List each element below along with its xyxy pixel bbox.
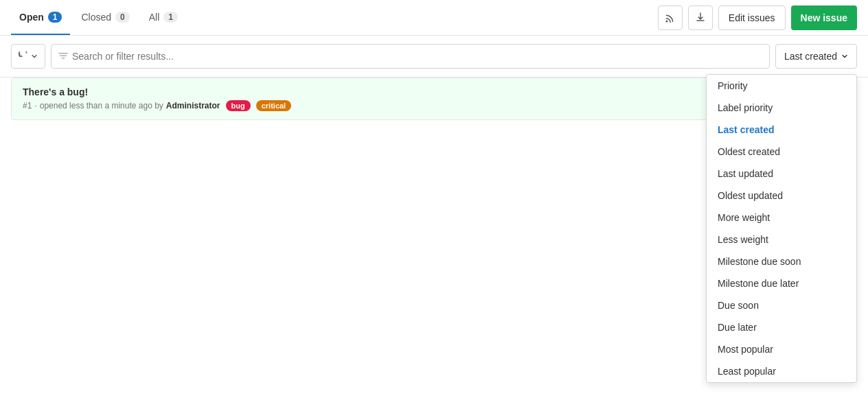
sort-dropdown-button[interactable]: Last created [775, 44, 857, 69]
tab-closed[interactable]: Closed 0 [73, 0, 137, 35]
sort-option-due-later[interactable]: Due later [707, 316, 856, 338]
sort-option-last-created[interactable]: Last created [707, 119, 856, 141]
filter-reset-button[interactable] [11, 44, 45, 69]
tabs-bar: Open 1 Closed 0 All 1 [0, 0, 868, 36]
new-issue-button[interactable]: New issue [791, 5, 857, 30]
tab-all[interactable]: All 1 [141, 0, 186, 35]
tab-closed-label: Closed [81, 12, 111, 23]
reset-icon [19, 51, 28, 61]
filter-bar: Last created [0, 36, 868, 78]
tab-open[interactable]: Open 1 [11, 0, 70, 35]
search-container [51, 44, 770, 69]
rss-icon [665, 12, 676, 23]
sort-option-last-updated[interactable]: Last updated [707, 163, 856, 185]
filter-icon [58, 51, 68, 61]
tabs-left: Open 1 Closed 0 All 1 [11, 0, 186, 35]
edit-issues-button[interactable]: Edit issues [718, 5, 786, 30]
search-input[interactable] [72, 51, 762, 62]
page-container: Open 1 Closed 0 All 1 [0, 0, 868, 409]
edit-issues-label: Edit issues [729, 12, 775, 23]
download-icon [695, 12, 706, 23]
sort-label: Last created [784, 51, 837, 62]
tab-open-count: 1 [48, 12, 62, 23]
sort-option-due-soon[interactable]: Due soon [707, 294, 856, 316]
issue-time-prefix: opened less than a minute ago by [40, 101, 163, 110]
label-critical: critical [256, 100, 291, 111]
sort-option-label-priority[interactable]: Label priority [707, 97, 856, 119]
sort-option-less-weight[interactable]: Less weight [707, 229, 856, 250]
sort-option-least-popular[interactable]: Least popular [707, 360, 856, 382]
new-issue-label: New issue [801, 12, 847, 23]
sort-option-oldest-updated[interactable]: Oldest updated [707, 185, 856, 207]
download-button[interactable] [688, 5, 713, 30]
svg-point-0 [665, 20, 667, 22]
tab-all-label: All [149, 12, 160, 23]
tab-closed-count: 0 [115, 12, 130, 23]
rss-button[interactable] [658, 5, 683, 30]
issue-number: #1 [23, 101, 32, 110]
label-bug: bug [226, 100, 251, 111]
issue-author: Administrator [166, 101, 220, 110]
sort-dropdown-menu: Priority Label priority Last created Old… [706, 74, 857, 383]
sort-option-more-weight[interactable]: More weight [707, 207, 856, 229]
sort-option-milestone-due-later[interactable]: Milestone due later [707, 272, 856, 294]
sort-chevron-icon [841, 53, 848, 60]
tab-all-count: 1 [163, 12, 178, 23]
tab-open-label: Open [19, 12, 44, 23]
sort-option-oldest-created[interactable]: Oldest created [707, 141, 856, 163]
tabs-right: Edit issues New issue [658, 5, 857, 30]
sort-option-milestone-due-soon[interactable]: Milestone due soon [707, 250, 856, 272]
sort-option-most-popular[interactable]: Most popular [707, 338, 856, 360]
sort-option-priority[interactable]: Priority [707, 75, 856, 97]
issue-dot: · [34, 101, 36, 110]
reset-chevron-icon [31, 53, 38, 60]
